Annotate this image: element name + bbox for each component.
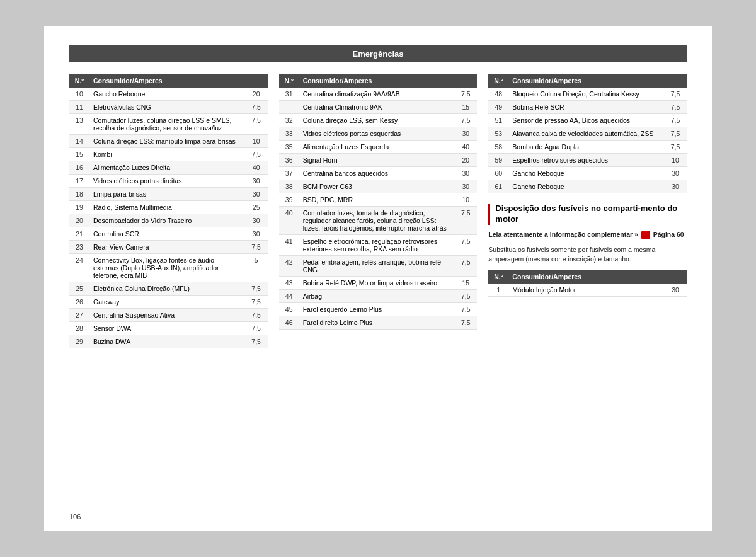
row-num: 33 xyxy=(279,127,299,141)
table-row: 28 Sensor DWA 7,5 xyxy=(69,322,268,335)
row-num: 44 xyxy=(279,290,299,303)
row-amp: 7,5 xyxy=(245,309,268,322)
row-consumer: Comutador luzes, coluna direção LSS e SM… xyxy=(89,114,245,135)
row-num: 61 xyxy=(488,180,508,193)
row-amp: 7,5 xyxy=(664,114,687,127)
row-consumer: Kombi xyxy=(89,148,245,161)
row-num: 45 xyxy=(279,303,299,316)
row-consumer: Sensor DWA xyxy=(89,322,245,335)
table-row: 16 Alimentação Luzes Direita 40 xyxy=(69,161,268,175)
table-row: 46 Farol direito Leimo Plus 7,5 xyxy=(279,316,478,330)
table-row: 33 Vidros elétricos portas esquerdas 30 xyxy=(279,127,478,141)
row-amp: 7,5 xyxy=(664,141,687,154)
row-num: 10 xyxy=(69,88,89,101)
row-num: 51 xyxy=(488,114,508,127)
motor-table-header-num: N.º xyxy=(488,270,508,284)
table-row: 53 Alavanca caixa de velocidades automát… xyxy=(488,127,687,141)
row-consumer: Coluna direção LSS: manípulo limpa para-… xyxy=(89,135,245,148)
page: Emergências N.º Consumidor/Amperes 10 Ga… xyxy=(44,26,712,531)
table-row: 11 Eletroválvulas CNG 7,5 xyxy=(69,101,268,114)
row-amp: 30 xyxy=(454,167,477,180)
row-consumer: Signal Horn xyxy=(299,154,455,167)
table-row: 61 Gancho Reboque 30 xyxy=(488,180,687,193)
table-row: 51 Sensor de pressão AA, Bicos aquecidos… xyxy=(488,114,687,127)
row-consumer: Bomba de Água Dupla xyxy=(508,141,664,154)
row-consumer: Bobina Relé DWP, Motor limpa-vidros tras… xyxy=(299,277,455,290)
row-amp: 7,5 xyxy=(664,101,687,114)
motor-section-title: Disposição dos fusíveis no comparti-ment… xyxy=(488,204,687,225)
table-row: 21 Centralina SCR 30 xyxy=(69,227,268,241)
row-num: 49 xyxy=(488,101,508,114)
page-title: Emergências xyxy=(69,45,687,62)
row-consumer: BSD, PDC, MRR xyxy=(299,193,455,207)
table-row: 38 BCM Power C63 30 xyxy=(279,180,478,193)
motor-info-bold-text: Leia atentamente a informação complement… xyxy=(488,231,638,238)
row-consumer: BCM Power C63 xyxy=(299,180,455,193)
row-num: 40 xyxy=(279,207,299,235)
row-consumer: Espelhos retrovisores aquecidos xyxy=(508,154,664,167)
table-row: 1 Módulo Injeção Motor 30 xyxy=(488,284,687,297)
row-amp: 15 xyxy=(454,101,477,114)
row-amp: 7,5 xyxy=(245,114,268,135)
row-consumer: Desembaciador do Vidro Traseiro xyxy=(89,214,245,227)
row-amp: 7,5 xyxy=(454,256,477,277)
table-row: 48 Bloqueio Coluna Direção, Centralina K… xyxy=(488,88,687,101)
row-amp: 7,5 xyxy=(245,148,268,161)
row-consumer: Sensor de pressão AA, Bicos aquecidos xyxy=(508,114,664,127)
table-row: 10 Gancho Reboque 20 xyxy=(69,88,268,101)
col1-header-consumer: Consumidor/Amperes xyxy=(89,74,245,88)
row-num: 21 xyxy=(69,227,89,241)
column-3: N.º Consumidor/Amperes 48 Bloqueio Colun… xyxy=(488,74,687,297)
row-amp: 7,5 xyxy=(245,282,268,296)
table-row: 58 Bomba de Água Dupla 7,5 xyxy=(488,141,687,154)
column-2: N.º Consumidor/Amperes 31 Centralina cli… xyxy=(279,74,478,330)
fuse-table-1: N.º Consumidor/Amperes 10 Gancho Reboque… xyxy=(69,74,268,348)
row-amp: 5 xyxy=(245,254,268,282)
motor-section: Disposição dos fusíveis no comparti-ment… xyxy=(488,204,687,297)
row-amp: 7,5 xyxy=(245,296,268,309)
table-row: 24 Connectivity Box, ligação fontes de á… xyxy=(69,254,268,282)
row-num: 1 xyxy=(488,284,508,297)
row-num: 39 xyxy=(279,193,299,207)
column-1: N.º Consumidor/Amperes 10 Gancho Reboque… xyxy=(69,74,268,348)
row-consumer: Centralina Climatronic 9AK xyxy=(299,101,455,114)
row-num: 58 xyxy=(488,141,508,154)
row-num: 46 xyxy=(279,316,299,330)
row-num: 36 xyxy=(279,154,299,167)
motor-fuse-table: N.º Consumidor/Amperes 1 Módulo Injeção … xyxy=(488,270,687,297)
row-consumer: Farol esquerdo Leimo Plus xyxy=(299,303,455,316)
row-consumer: Rear View Camera xyxy=(89,241,245,254)
row-num: 27 xyxy=(69,309,89,322)
row-consumer: Centralina climatização 9AA/9AB xyxy=(299,88,455,101)
row-amp: 15 xyxy=(454,277,477,290)
row-num: 17 xyxy=(69,175,89,188)
table-row: 45 Farol esquerdo Leimo Plus 7,5 xyxy=(279,303,478,316)
table-row: 29 Buzina DWA 7,5 xyxy=(69,335,268,348)
row-amp: 10 xyxy=(664,154,687,167)
table-row: 43 Bobina Relé DWP, Motor limpa-vidros t… xyxy=(279,277,478,290)
col3-header-amp xyxy=(664,74,687,88)
row-consumer: Espelho eletrocrómica, regulação retrovi… xyxy=(299,235,455,256)
row-amp: 7,5 xyxy=(454,290,477,303)
row-num: 53 xyxy=(488,127,508,141)
row-num: 26 xyxy=(69,296,89,309)
motor-table-header-consumer: Consumidor/Amperes xyxy=(508,270,664,284)
table-row: Centralina Climatronic 9AK 15 xyxy=(279,101,478,114)
row-num: 37 xyxy=(279,167,299,180)
row-amp: 30 xyxy=(245,188,268,201)
table-row: 13 Comutador luzes, coluna direção LSS e… xyxy=(69,114,268,135)
table-row: 25 Eletrónica Coluna Direção (MFL) 7,5 xyxy=(69,282,268,296)
col3-header-consumer: Consumidor/Amperes xyxy=(508,74,664,88)
row-num: 19 xyxy=(69,201,89,214)
row-num: 20 xyxy=(69,214,89,227)
row-consumer: Bobina Relé SCR xyxy=(508,101,664,114)
tables-container: N.º Consumidor/Amperes 10 Gancho Reboque… xyxy=(69,74,687,348)
table-row: 15 Kombi 7,5 xyxy=(69,148,268,161)
row-amp: 30 xyxy=(664,180,687,193)
row-amp: 7,5 xyxy=(454,316,477,330)
col2-header-num: N.º xyxy=(279,74,299,88)
row-consumer: Bloqueio Coluna Direção, Centralina Kess… xyxy=(508,88,664,101)
row-amp: 20 xyxy=(245,88,268,101)
row-amp: 7,5 xyxy=(245,241,268,254)
row-num: 43 xyxy=(279,277,299,290)
